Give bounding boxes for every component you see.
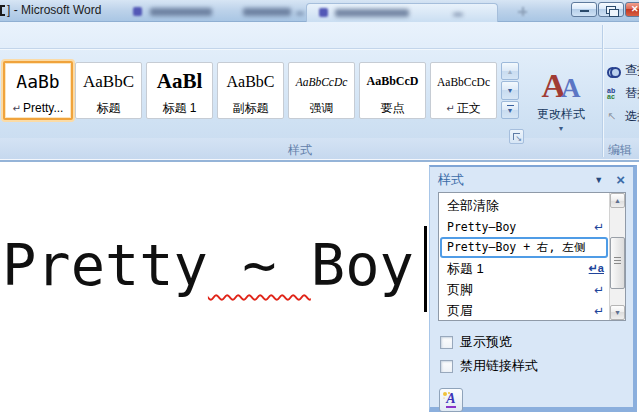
gallery-scroll-up-button[interactable]: ▲	[501, 62, 519, 80]
replace-label: 替换	[625, 85, 639, 102]
style-preview: AaBbC	[218, 63, 283, 100]
arrow-down-icon: ▼	[507, 107, 514, 114]
gallery-more-button[interactable]: ▼	[501, 101, 519, 119]
style-gallery-label: 强调	[310, 100, 334, 117]
style-label: 标题	[97, 100, 121, 117]
style-preview: AaBl	[147, 63, 212, 100]
ribbon-divider	[0, 48, 639, 49]
arrow-up-icon: ▲	[507, 68, 514, 75]
blurred-app-icon	[133, 7, 142, 16]
select-label: 选择	[625, 108, 639, 125]
style-gallery-item-normal[interactable]: AaBbCcDc ↵ 正文	[430, 62, 497, 119]
find-button[interactable]: 查找	[607, 59, 639, 82]
blurred-tab-title	[335, 9, 409, 17]
style-label: 正文	[457, 100, 481, 117]
scrollbar-up-button[interactable]: ▲	[610, 193, 625, 208]
style-item-footer[interactable]: 页脚 ↵	[440, 279, 608, 300]
document-text: Pretty ~ Boy	[2, 232, 414, 298]
text-run: Pretty	[2, 232, 208, 298]
checkbox-label: 禁用链接样式	[460, 357, 538, 375]
editing-group: 查找 ab ac 替换 ↖ 选择	[607, 59, 639, 128]
close-button[interactable]: ✕	[625, 2, 639, 17]
checkbox-disable-linked[interactable]	[440, 360, 453, 373]
style-gallery-item-heading1[interactable]: AaBl 标题 1	[146, 62, 213, 119]
window-title: ] - Microsoft Word	[7, 0, 101, 21]
style-gallery-label: 要点	[381, 100, 405, 117]
minimize-button[interactable]	[571, 2, 597, 17]
style-gallery-item-strong[interactable]: AaBbCcD 要点	[359, 62, 426, 119]
style-gallery-label: 标题 1	[162, 100, 196, 117]
arrow-down-icon: ▼	[614, 309, 621, 316]
blurred-tab-icon	[319, 8, 328, 17]
styles-pane-title: 样式	[438, 171, 464, 189]
letter-a-blue-icon: A	[561, 75, 581, 102]
return-mark-icon: ↵	[13, 100, 21, 117]
cursor-arrow-icon: ↖	[607, 110, 621, 123]
style-gallery-label: ↵ 正文	[446, 100, 480, 117]
new-style-button[interactable]: A	[439, 388, 463, 412]
pane-dropdown-icon[interactable]: ▼	[594, 175, 603, 185]
find-label: 查找	[625, 62, 639, 79]
style-item-pretty-boy-right-left[interactable]: Pretty—Boy + 右, 左侧	[440, 237, 608, 258]
styles-pane-header: 样式 ▼ ×	[430, 167, 633, 192]
select-button[interactable]: ↖ 选择	[607, 105, 639, 128]
checkbox-show-preview[interactable]	[440, 336, 453, 349]
chevron-down-icon: ▼	[558, 125, 565, 132]
style-item-pretty-boy[interactable]: Pretty—Boy ↵	[440, 216, 608, 237]
more-bar-icon	[507, 105, 514, 106]
new-tab-icon[interactable]	[518, 7, 527, 16]
style-item-heading1[interactable]: 标题 1 ↵a	[440, 258, 608, 279]
titlebar: ] - Microsoft Word ✕	[0, 0, 639, 22]
styles-list-scrollbar[interactable]: ▲ ▼	[609, 193, 625, 320]
style-gallery-item-subtitle[interactable]: AaBbC 副标题	[217, 62, 284, 119]
gallery-scroll-buttons: ▲ ▼ ▼	[501, 62, 519, 119]
replace-button[interactable]: ab ac 替换	[607, 82, 639, 105]
disable-linked-styles-option[interactable]: 禁用链接样式	[440, 357, 633, 375]
style-preview: AaBbCcD	[360, 63, 425, 100]
style-label: 要点	[381, 100, 405, 117]
gallery-scroll-down-button[interactable]: ▼	[501, 81, 519, 99]
style-label: 强调	[310, 100, 334, 117]
styles-list: 全部清除 Pretty—Boy ↵ Pretty—Boy + 右, 左侧 标题 …	[438, 192, 626, 321]
style-gallery-label: 副标题	[233, 100, 269, 117]
style-label: 标题 1	[162, 100, 196, 117]
paragraph-return-icon: ↵	[594, 220, 604, 234]
show-preview-option[interactable]: 显示预览	[440, 333, 633, 351]
style-preview: AaBbCcDc	[289, 63, 354, 100]
restore-button[interactable]	[598, 2, 624, 17]
spellcheck-squiggle-run: ~	[208, 232, 311, 298]
styles-group-label: 样式	[0, 142, 600, 159]
paragraph-return-icon: ↵	[594, 283, 604, 297]
blurred-browser-tab[interactable]	[306, 3, 498, 22]
style-item-header[interactable]: 页眉 ↵	[440, 300, 608, 321]
scrollbar-down-button[interactable]: ▼	[610, 305, 625, 320]
style-preview: AaBbC	[76, 63, 141, 100]
style-gallery-item-pretty[interactable]: AaBb ↵ Pretty...	[3, 61, 73, 120]
pane-close-icon[interactable]: ×	[616, 172, 625, 187]
scrollbar-thumb[interactable]	[610, 237, 625, 289]
sparkle-icon	[443, 392, 447, 396]
return-mark-icon: ↵	[446, 100, 454, 117]
blurred-dash	[296, 12, 304, 15]
style-item-label: Pretty—Boy + 右, 左侧	[447, 240, 585, 255]
style-gallery-item-title[interactable]: AaBbC 标题	[75, 62, 142, 119]
style-gallery-item-emphasis[interactable]: AaBbCcDc 强调	[288, 62, 355, 119]
checkbox-label: 显示预览	[460, 333, 512, 351]
style-item-label: Pretty—Boy	[447, 220, 516, 234]
style-item-label: 页眉	[447, 302, 473, 320]
group-separator	[602, 25, 603, 157]
new-style-a-icon: A	[446, 392, 455, 409]
replace-ab-icon: ab ac	[607, 88, 621, 99]
styles-list-rows: 全部清除 Pretty—Boy ↵ Pretty—Boy + 右, 左侧 标题 …	[440, 195, 608, 321]
style-preview: AaBbCcDc	[431, 63, 496, 100]
change-styles-icon: A A	[541, 60, 580, 102]
text-cursor	[424, 226, 427, 312]
style-gallery-label: 标题	[97, 100, 121, 117]
ribbon: AaBb ↵ Pretty... AaBbC 标题 AaBl 标题 1 AaBb…	[0, 22, 639, 162]
style-label: Pretty...	[23, 100, 63, 117]
style-item-label: 页脚	[447, 281, 473, 299]
change-styles-label: 更改样式	[537, 106, 585, 123]
text-run: Boy	[311, 232, 414, 298]
style-gallery-label: ↵ Pretty...	[13, 100, 64, 117]
style-item-clear-all[interactable]: 全部清除	[440, 195, 608, 216]
